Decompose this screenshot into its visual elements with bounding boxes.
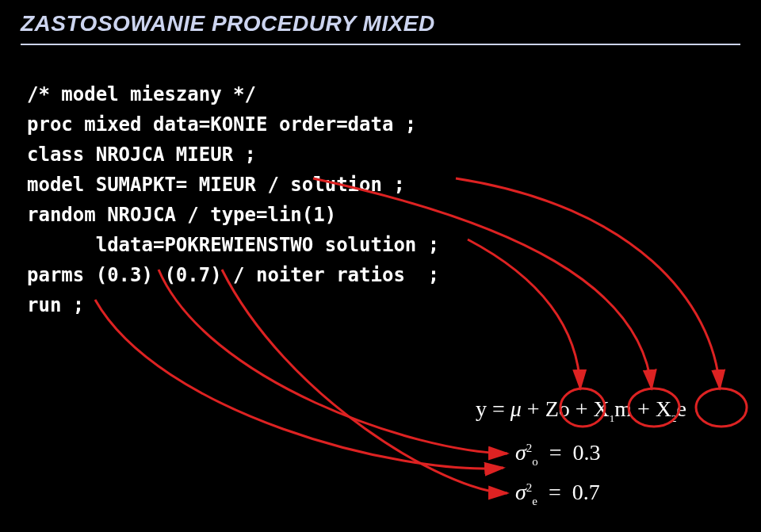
equation-sigma-o: σ2o = 0.3 <box>515 440 601 469</box>
equation-model: y = μ + Zo + X1m + X2e <box>476 396 686 425</box>
eq-X2: X <box>656 396 671 421</box>
eq-y: y <box>476 396 487 421</box>
eq-e: e <box>677 396 686 421</box>
arrow-run-icon <box>95 300 503 469</box>
eq-plus-1: + <box>527 396 540 421</box>
sigma-e: σ <box>515 480 526 504</box>
eq-plus-2: + <box>576 396 588 421</box>
eq-eq-o: = <box>549 440 562 465</box>
val-03: 0.3 <box>573 440 601 465</box>
eq-eq-e: = <box>549 480 561 504</box>
eq-X1: X <box>594 396 610 421</box>
sigma-e-sub: e <box>532 495 537 507</box>
sigma-e-sup: 2 <box>526 481 533 494</box>
sigma-o-sub: o <box>532 455 538 468</box>
eq-Zo: Zo <box>545 396 570 421</box>
title-underline <box>21 44 740 45</box>
circle-x2e-icon <box>696 388 747 427</box>
code-block: /* model mieszany */ proc mixed data=KON… <box>27 79 439 320</box>
sigma-o-sup: 2 <box>526 442 533 454</box>
val-07: 0.7 <box>572 480 600 504</box>
eq-plus-3: + <box>637 396 650 421</box>
slide-title: ZASTOSOWANIE PROCEDURY MIXED <box>21 11 435 36</box>
sigma-o: σ <box>515 440 526 465</box>
eq-m: m <box>614 396 632 421</box>
eq-mu: μ <box>511 396 522 421</box>
arrow-model-sol-icon <box>456 178 720 388</box>
arrow-random-sol-icon <box>468 239 580 388</box>
equation-sigma-e: σ2e = 0.7 <box>515 480 600 508</box>
eq-eq: = <box>492 396 505 421</box>
